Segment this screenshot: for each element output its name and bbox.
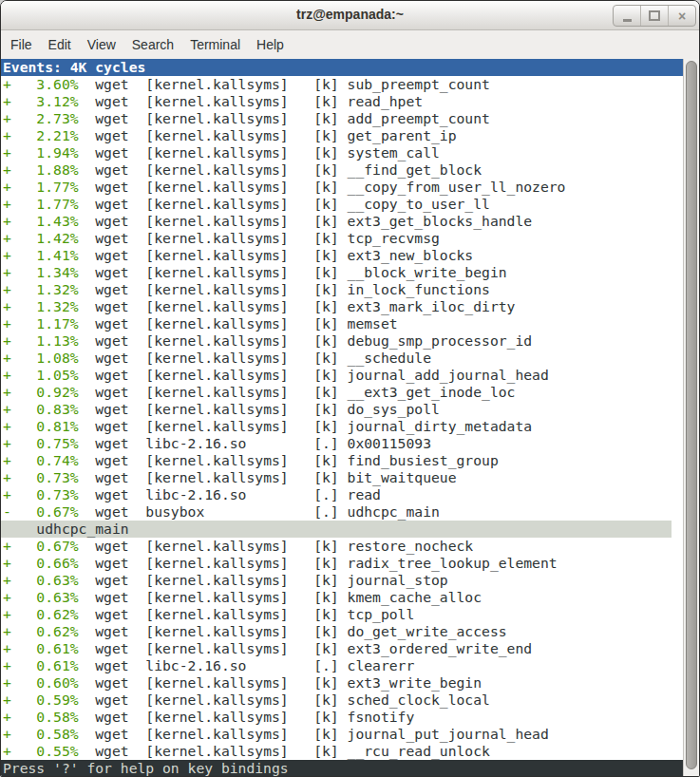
- perf-row[interactable]: + 1.32% wget [kernel.kallsyms] [k] ext3_…: [1, 298, 685, 315]
- perf-row[interactable]: + 0.75% wget libc-2.16.so [.] 0x00115093…: [1, 435, 685, 452]
- perf-row[interactable]: + 0.62% wget [kernel.kallsyms] [k] do_ge…: [1, 623, 685, 640]
- perf-status-line: Press '?' for help on key bindings: [1, 760, 688, 777]
- perf-row[interactable]: + 3.12% wget [kernel.kallsyms] [k] read_…: [1, 93, 685, 110]
- minimize-icon: [623, 19, 632, 22]
- perf-row[interactable]: + 0.81% wget [kernel.kallsyms] [k] journ…: [1, 418, 685, 435]
- perf-events-header: Events: 4K cycles: [1, 59, 685, 76]
- perf-rows: + 3.60% wget [kernel.kallsyms] [k] sub_p…: [1, 76, 685, 760]
- perf-row[interactable]: + 0.83% wget [kernel.kallsyms] [k] do_sy…: [1, 401, 685, 418]
- perf-row[interactable]: + 1.41% wget [kernel.kallsyms] [k] ext3_…: [1, 247, 685, 264]
- menu-edit[interactable]: Edit: [48, 37, 71, 52]
- perf-row[interactable]: + 0.58% wget [kernel.kallsyms] [k] journ…: [1, 726, 685, 743]
- menu-search[interactable]: Search: [132, 37, 174, 52]
- perf-row[interactable]: + 0.73% wget [kernel.kallsyms] [k] bit_w…: [1, 469, 685, 486]
- minimize-button[interactable]: [614, 6, 640, 26]
- perf-row[interactable]: + 0.73% wget libc-2.16.so [.] read▒: [1, 486, 685, 503]
- perf-row[interactable]: + 0.66% wget [kernel.kallsyms] [k] radix…: [1, 555, 685, 572]
- perf-row[interactable]: + 0.74% wget [kernel.kallsyms] [k] find_…: [1, 452, 685, 469]
- perf-row[interactable]: + 1.88% wget [kernel.kallsyms] [k] __fin…: [1, 161, 685, 179]
- perf-row[interactable]: + 1.05% wget [kernel.kallsyms] [k] journ…: [1, 367, 685, 384]
- terminal-content: Events: 4K cycles + 3.60% wget [kernel.k…: [1, 59, 685, 776]
- perf-row[interactable]: + 1.77% wget [kernel.kallsyms] [k] __cop…: [1, 196, 685, 213]
- menubar: File Edit View Search Terminal Help: [1, 30, 699, 59]
- gtk-scrollbar-track[interactable]: [683, 59, 699, 776]
- perf-row[interactable]: + 0.55% wget [kernel.kallsyms] [k] __rcu…: [1, 743, 685, 760]
- perf-row[interactable]: + 1.42% wget [kernel.kallsyms] [k] tcp_r…: [1, 230, 685, 247]
- perf-row[interactable]: + 0.63% wget [kernel.kallsyms] [k] journ…: [1, 572, 685, 589]
- perf-row[interactable]: + 3.60% wget [kernel.kallsyms] [k] sub_p…: [1, 76, 685, 93]
- perf-row[interactable]: + 0.60% wget [kernel.kallsyms] [k] ext3_…: [1, 674, 685, 692]
- terminal-window: trz@empanada:~ × File Edit View Search T…: [0, 0, 700, 777]
- perf-row[interactable]: + 0.61% wget libc-2.16.so [.] clearerr▒: [1, 657, 685, 674]
- perf-row[interactable]: + 1.43% wget [kernel.kallsyms] [k] ext3_…: [1, 213, 685, 230]
- perf-row[interactable]: + 1.34% wget [kernel.kallsyms] [k] __blo…: [1, 264, 685, 281]
- menu-view[interactable]: View: [87, 37, 116, 52]
- perf-row[interactable]: + 1.77% wget [kernel.kallsyms] [k] __cop…: [1, 179, 685, 196]
- perf-row[interactable]: + 0.67% wget [kernel.kallsyms] [k] resto…: [1, 538, 685, 555]
- perf-row[interactable]: + 1.08% wget [kernel.kallsyms] [k] __sch…: [1, 350, 685, 367]
- perf-row[interactable]: + 0.63% wget [kernel.kallsyms] [k] kmem_…: [1, 589, 685, 606]
- close-icon: ×: [678, 9, 686, 24]
- menu-terminal[interactable]: Terminal: [190, 37, 240, 52]
- gtk-scrollbar-thumb[interactable]: [686, 61, 697, 769]
- perf-row[interactable]: + 1.94% wget [kernel.kallsyms] [k] syste…: [1, 144, 685, 161]
- perf-row[interactable]: - 0.67% wget busybox [.] udhcpc_main▒: [1, 503, 685, 521]
- titlebar[interactable]: trz@empanada:~ ×: [1, 1, 699, 30]
- perf-row[interactable]: + 1.17% wget [kernel.kallsyms] [k] memse…: [1, 315, 685, 332]
- close-button[interactable]: ×: [668, 6, 695, 26]
- perf-row[interactable]: + 0.61% wget [kernel.kallsyms] [k] ext3_…: [1, 640, 685, 657]
- perf-row[interactable]: + 0.59% wget [kernel.kallsyms] [k] sched…: [1, 692, 685, 709]
- perf-callchain-row[interactable]: udhcpc_main: [1, 521, 685, 538]
- menu-help[interactable]: Help: [256, 37, 284, 52]
- window-title: trz@empanada:~: [1, 1, 699, 28]
- menu-file[interactable]: File: [10, 37, 32, 52]
- maximize-icon: [649, 10, 660, 21]
- perf-row[interactable]: + 0.92% wget [kernel.kallsyms] [k] __ext…: [1, 384, 685, 401]
- perf-row[interactable]: + 2.73% wget [kernel.kallsyms] [k] add_p…: [1, 110, 685, 127]
- perf-row[interactable]: + 1.32% wget [kernel.kallsyms] [k] in_lo…: [1, 281, 685, 298]
- maximize-button[interactable]: [640, 6, 668, 26]
- perf-row[interactable]: + 0.62% wget [kernel.kallsyms] [k] tcp_p…: [1, 606, 685, 623]
- perf-row[interactable]: + 1.13% wget [kernel.kallsyms] [k] debug…: [1, 332, 685, 350]
- perf-row[interactable]: + 2.21% wget [kernel.kallsyms] [k] get_p…: [1, 127, 685, 144]
- window-controls: ×: [613, 5, 696, 27]
- perf-row[interactable]: + 0.58% wget [kernel.kallsyms] [k] fsnot…: [1, 709, 685, 726]
